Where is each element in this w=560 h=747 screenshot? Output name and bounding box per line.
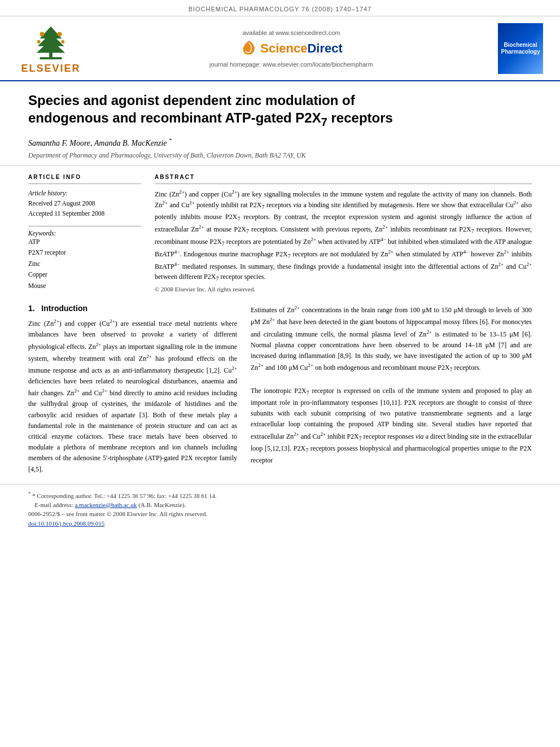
elsevier-tree-icon [28,22,73,62]
corresponding-note: * * Corresponding author. Tel.: +44 1225… [28,490,532,500]
introduction-area: 1. Introduction Zinc (Zn2+) and copper (… [0,292,560,475]
article-title: Species and agonist dependent zinc modul… [28,91,532,129]
intro-number: 1. [28,304,35,313]
email-suffix: (A.B. MacKenzie). [138,501,186,508]
center-brand: available at www.sciencedirect.com Scien… [85,29,498,68]
affiliation: Department of Pharmacy and Pharmacology,… [28,151,532,160]
keyword-mouse: Mouse [28,281,141,292]
abstract-text: Zinc (Zn2+) and copper (Cu2+) are key si… [155,189,532,284]
svg-point-7 [37,40,41,43]
article-info-left: ARTICLE INFO Article history: Received 2… [28,174,141,293]
svg-point-8 [61,40,64,43]
doi-line: doi:10.1016/j.bcp.2008.09.015 [28,519,532,528]
sciencedirect-leaf-icon [240,40,258,58]
brand-bar: ELSEVIER available at www.sciencedirect.… [0,16,560,81]
footer-area: * * Corresponding author. Tel.: +44 1225… [0,484,560,528]
svg-point-6 [58,32,62,37]
elsevier-logo: ELSEVIER [17,22,85,75]
history-row: Article history: [28,189,141,198]
keyword-zinc: Zinc [28,259,141,270]
article-info-divider [28,184,141,184]
intro-right: Estimates of Zn2+ concentrations in the … [251,304,532,475]
sd-science-text: ScienceDirect [260,41,343,56]
svg-rect-1 [40,57,62,59]
email-label: E-mail address: [34,501,73,508]
journal-homepage: journal homepage: www.elsevier.com/locat… [85,61,498,68]
article-info-label: ARTICLE INFO [28,174,141,180]
keywords-section: Keywords: ATP P2X7 receptor Zinc Copper … [28,226,141,292]
email-link[interactable]: a.mackenzie@bath.ac.uk [75,501,137,508]
keywords-label: Keywords: [28,230,141,237]
journal-header-text: BIOCHEMICAL PHARMACOLOGY 76 (2008) 1740–… [189,6,372,12]
elsevier-text: ELSEVIER [21,63,80,75]
svg-point-5 [40,32,45,37]
issn-text: 0006-2952/$ – see front matter © 2008 El… [28,510,207,517]
accepted-value: Accepted 11 September 2008 [28,210,104,217]
page: BIOCHEMICAL PHARMACOLOGY 76 (2008) 1740–… [0,0,560,747]
history-label: Article history: [28,190,68,196]
keywords-divider [28,226,141,226]
intro-left: 1. Introduction Zinc (Zn2+) and copper (… [28,304,237,475]
intro-heading: 1. Introduction [28,304,237,313]
received-row: Received 27 August 2008 [28,199,141,208]
received-value: Received 27 August 2008 [28,200,95,207]
keyword-copper: Copper [28,269,141,281]
corresponding-text: * Corresponding author. Tel.: +44 1225 3… [32,492,216,499]
article-info-abstract: ARTICLE INFO Article history: Received 2… [0,166,560,293]
article-title-area: Species and agonist dependent zinc modul… [0,81,560,166]
author-2: Amanda B. MacKenzie [94,139,167,147]
author-1: Samantha F. Moore [28,139,90,147]
intro-body-left: Zinc (Zn2+) and copper (Cu2+) are essent… [28,317,237,475]
sciencedirect-logo: ScienceDirect [85,40,498,58]
journal-header: BIOCHEMICAL PHARMACOLOGY 76 (2008) 1740–… [0,0,560,16]
accepted-row: Accepted 11 September 2008 [28,209,141,218]
keyword-p2x7: P2X7 receptor [28,247,141,259]
intro-title: Introduction [41,304,88,313]
keyword-atp: ATP [28,237,141,248]
intro-body-right: Estimates of Zn2+ concentrations in the … [251,304,532,466]
journal-cover: Biochemical Pharmacology [498,23,543,74]
copyright-line: © 2008 Elsevier Inc. All rights reserved… [155,286,532,292]
email-note: E-mail address: a.mackenzie@bath.ac.uk (… [28,500,532,510]
doi-link[interactable]: doi:10.1016/j.bcp.2008.09.015 [28,520,104,527]
authors: Samantha F. Moore, Amanda B. MacKenzie * [28,137,532,148]
cover-title-text: Biochemical Pharmacology [501,42,540,55]
abstract-right: ABSTRACT Zinc (Zn2+) and copper (Cu2+) a… [155,174,532,293]
abstract-divider [155,184,532,184]
abstract-label: ABSTRACT [155,174,532,180]
available-text: available at www.sciencedirect.com [85,29,498,36]
issn-line: 0006-2952/$ – see front matter © 2008 El… [28,509,532,519]
